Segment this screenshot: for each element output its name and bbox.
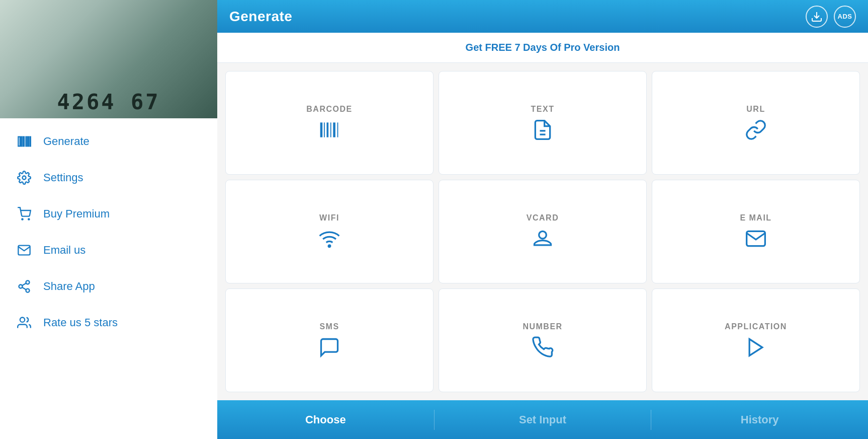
svg-rect-0 (18, 137, 20, 147)
vcard-label: VCARD (527, 213, 559, 223)
svg-point-24 (328, 245, 330, 247)
grid-item-email[interactable]: E MAIL (652, 180, 860, 283)
svg-line-12 (22, 287, 26, 290)
svg-rect-19 (330, 122, 331, 137)
choose-label: Choose (305, 413, 346, 426)
svg-point-7 (22, 218, 23, 220)
download-button[interactable] (806, 6, 828, 28)
grid-item-url[interactable]: URL (652, 71, 860, 175)
email-grid-label: E MAIL (740, 213, 771, 223)
svg-point-14 (20, 318, 25, 322)
svg-line-13 (22, 283, 26, 286)
svg-rect-20 (333, 122, 335, 137)
topbar-actions: ADS (806, 6, 856, 28)
svg-point-8 (28, 218, 29, 220)
sidebar-item-share-app[interactable]: Share App (0, 268, 217, 305)
svg-rect-16 (320, 122, 323, 137)
share-icon (15, 277, 33, 296)
svg-point-25 (539, 231, 547, 239)
barcode-numbers: 4264 67 (0, 90, 217, 114)
application-grid-icon (745, 336, 767, 358)
sidebar-nav: Generate Settings Buy Premium (0, 118, 217, 439)
barcode-grid-icon (318, 119, 340, 141)
history-label: History (741, 413, 779, 426)
vcard-grid-icon (532, 228, 554, 250)
ads-label: ADS (838, 13, 852, 20)
barcode-icon (15, 132, 33, 151)
svg-point-10 (19, 285, 23, 288)
sidebar-item-buy-premium[interactable]: Buy Premium (0, 196, 217, 232)
cart-icon (15, 205, 33, 223)
sidebar-rate-us-label: Rate us 5 stars (43, 316, 118, 329)
grid-item-application[interactable]: APPLICATION (652, 288, 860, 392)
svg-marker-26 (749, 339, 762, 356)
svg-point-11 (26, 289, 30, 292)
grid-item-sms[interactable]: SMS (225, 288, 433, 392)
sms-label: SMS (319, 322, 339, 331)
text-label: TEXT (531, 105, 555, 114)
sidebar-item-email-us[interactable]: Email us (0, 232, 217, 268)
email-grid-icon (745, 228, 767, 250)
set-input-label: Set Input (519, 413, 566, 426)
svg-rect-2 (23, 137, 24, 147)
barcode-label: BARCODE (306, 105, 352, 114)
url-label: URL (746, 105, 765, 114)
sidebar-email-us-label: Email us (43, 244, 85, 257)
grid-item-vcard[interactable]: VCARD (439, 180, 647, 283)
bottom-nav-history[interactable]: History (651, 400, 868, 439)
sidebar-generate-label: Generate (43, 135, 90, 148)
sms-grid-icon (318, 336, 340, 358)
sidebar-item-generate[interactable]: Generate (0, 123, 217, 160)
svg-rect-3 (26, 137, 27, 147)
number-label: NUMBER (523, 322, 562, 331)
svg-rect-17 (324, 122, 325, 137)
application-label: APPLICATION (725, 322, 787, 331)
svg-rect-21 (337, 122, 338, 137)
bottom-nav-choose[interactable]: Choose (217, 400, 434, 439)
ads-button[interactable]: ADS (834, 6, 856, 28)
bottom-nav-set-input[interactable]: Set Input (435, 400, 651, 439)
promo-banner[interactable]: Get FREE 7 Days Of Pro Version (217, 33, 868, 63)
promo-text: Get FREE 7 Days Of Pro Version (466, 42, 620, 53)
number-grid-icon (532, 336, 554, 358)
svg-rect-4 (28, 137, 29, 147)
page-title: Generate (229, 9, 292, 25)
sidebar-share-app-label: Share App (43, 280, 95, 293)
main-content: Generate ADS Get FREE 7 Days Of Pro Vers… (217, 0, 868, 439)
sidebar-item-settings[interactable]: Settings (0, 160, 217, 196)
wifi-label: WIFI (319, 213, 339, 223)
type-grid: BARCODE TEXT (217, 63, 868, 400)
svg-rect-18 (327, 122, 329, 137)
svg-point-9 (26, 280, 30, 284)
settings-icon (15, 169, 33, 187)
sidebar-settings-label: Settings (43, 171, 83, 184)
svg-rect-5 (30, 137, 31, 147)
sidebar-barcode-image: 4264 67 (0, 0, 217, 118)
sidebar: 4264 67 Generate Settings (0, 0, 217, 439)
grid-item-text[interactable]: TEXT (439, 71, 647, 175)
grid-item-barcode[interactable]: BARCODE (225, 71, 433, 175)
svg-rect-1 (21, 137, 22, 147)
url-grid-icon (745, 119, 767, 141)
wifi-grid-icon (318, 228, 340, 250)
bottom-nav: Choose Set Input History (217, 400, 868, 439)
grid-item-wifi[interactable]: WIFI (225, 180, 433, 283)
sidebar-item-rate-us[interactable]: Rate us 5 stars (0, 305, 217, 341)
sidebar-buy-premium-label: Buy Premium (43, 207, 110, 221)
email-icon (15, 241, 33, 259)
svg-point-6 (23, 176, 26, 180)
text-grid-icon (532, 119, 554, 141)
download-icon (811, 11, 823, 23)
grid-item-number[interactable]: NUMBER (439, 288, 647, 392)
star-icon (15, 314, 33, 332)
topbar: Generate ADS (217, 0, 868, 33)
